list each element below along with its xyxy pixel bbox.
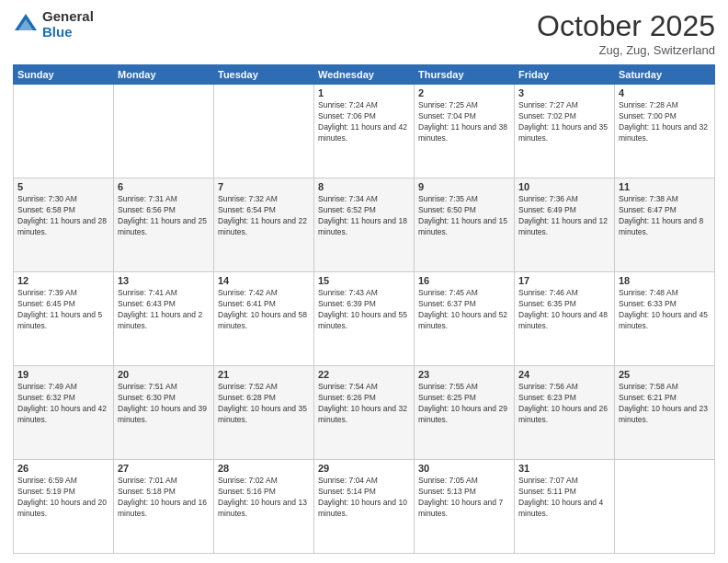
header: General Blue October 2025 Zug, Zug, Swit… [13, 9, 715, 57]
location: Zug, Zug, Switzerland [537, 43, 715, 57]
weekday-header-thursday: Thursday [415, 65, 515, 85]
day-info: Sunrise: 7:24 AM Sunset: 7:06 PM Dayligh… [318, 100, 410, 144]
day-info: Sunrise: 7:01 AM Sunset: 5:18 PM Dayligh… [118, 476, 210, 520]
calendar-cell [114, 85, 214, 178]
day-info: Sunrise: 7:52 AM Sunset: 6:28 PM Dayligh… [218, 382, 310, 426]
calendar-cell: 7Sunrise: 7:32 AM Sunset: 6:54 PM Daylig… [214, 178, 314, 272]
day-number: 27 [118, 463, 210, 474]
day-info: Sunrise: 7:34 AM Sunset: 6:52 PM Dayligh… [318, 194, 410, 238]
calendar-cell: 26Sunrise: 6:59 AM Sunset: 5:19 PM Dayli… [14, 460, 114, 554]
calendar-week-row: 19Sunrise: 7:49 AM Sunset: 6:32 PM Dayli… [14, 366, 715, 460]
calendar-cell [14, 85, 114, 178]
calendar-cell: 20Sunrise: 7:51 AM Sunset: 6:30 PM Dayli… [114, 366, 214, 460]
day-number: 16 [418, 275, 510, 286]
day-info: Sunrise: 7:48 AM Sunset: 6:33 PM Dayligh… [619, 288, 711, 332]
day-info: Sunrise: 7:51 AM Sunset: 6:30 PM Dayligh… [118, 382, 210, 426]
day-number: 8 [318, 181, 410, 192]
day-info: Sunrise: 7:32 AM Sunset: 6:54 PM Dayligh… [218, 194, 310, 238]
calendar-cell: 16Sunrise: 7:45 AM Sunset: 6:37 PM Dayli… [415, 272, 515, 366]
calendar-week-row: 26Sunrise: 6:59 AM Sunset: 5:19 PM Dayli… [14, 460, 715, 554]
day-number: 4 [619, 87, 711, 98]
weekday-header-saturday: Saturday [615, 65, 715, 85]
day-number: 23 [418, 369, 510, 380]
calendar-cell: 13Sunrise: 7:41 AM Sunset: 6:43 PM Dayli… [114, 272, 214, 366]
weekday-header-tuesday: Tuesday [214, 65, 314, 85]
day-number: 5 [17, 181, 109, 192]
calendar-cell: 15Sunrise: 7:43 AM Sunset: 6:39 PM Dayli… [314, 272, 415, 366]
day-info: Sunrise: 6:59 AM Sunset: 5:19 PM Dayligh… [17, 476, 109, 520]
weekday-header-wednesday: Wednesday [314, 65, 415, 85]
day-info: Sunrise: 7:07 AM Sunset: 5:11 PM Dayligh… [518, 476, 610, 520]
day-number: 7 [218, 181, 310, 192]
logo-icon [13, 12, 39, 38]
calendar-cell: 11Sunrise: 7:38 AM Sunset: 6:47 PM Dayli… [615, 178, 715, 272]
calendar-cell: 3Sunrise: 7:27 AM Sunset: 7:02 PM Daylig… [515, 85, 615, 178]
day-number: 24 [518, 369, 610, 380]
day-info: Sunrise: 7:31 AM Sunset: 6:56 PM Dayligh… [118, 194, 210, 238]
day-number: 6 [118, 181, 210, 192]
title-block: October 2025 Zug, Zug, Switzerland [537, 9, 715, 57]
calendar-cell: 14Sunrise: 7:42 AM Sunset: 6:41 PM Dayli… [214, 272, 314, 366]
calendar-cell: 23Sunrise: 7:55 AM Sunset: 6:25 PM Dayli… [415, 366, 515, 460]
calendar-cell: 28Sunrise: 7:02 AM Sunset: 5:16 PM Dayli… [214, 460, 314, 554]
day-info: Sunrise: 7:27 AM Sunset: 7:02 PM Dayligh… [518, 100, 610, 144]
calendar-cell: 9Sunrise: 7:35 AM Sunset: 6:50 PM Daylig… [415, 178, 515, 272]
calendar-cell: 27Sunrise: 7:01 AM Sunset: 5:18 PM Dayli… [114, 460, 214, 554]
day-info: Sunrise: 7:54 AM Sunset: 6:26 PM Dayligh… [318, 382, 410, 426]
day-info: Sunrise: 7:55 AM Sunset: 6:25 PM Dayligh… [418, 382, 510, 426]
day-info: Sunrise: 7:36 AM Sunset: 6:49 PM Dayligh… [518, 194, 610, 238]
calendar-cell: 31Sunrise: 7:07 AM Sunset: 5:11 PM Dayli… [515, 460, 615, 554]
calendar-cell: 17Sunrise: 7:46 AM Sunset: 6:35 PM Dayli… [515, 272, 615, 366]
page: General Blue October 2025 Zug, Zug, Swit… [0, 0, 728, 563]
day-number: 21 [218, 369, 310, 380]
day-number: 25 [619, 369, 711, 380]
day-info: Sunrise: 7:25 AM Sunset: 7:04 PM Dayligh… [418, 100, 510, 144]
day-info: Sunrise: 7:56 AM Sunset: 6:23 PM Dayligh… [518, 382, 610, 426]
day-info: Sunrise: 7:41 AM Sunset: 6:43 PM Dayligh… [118, 288, 210, 332]
day-info: Sunrise: 7:42 AM Sunset: 6:41 PM Dayligh… [218, 288, 310, 332]
day-number: 20 [118, 369, 210, 380]
calendar-cell: 2Sunrise: 7:25 AM Sunset: 7:04 PM Daylig… [415, 85, 515, 178]
day-info: Sunrise: 7:30 AM Sunset: 6:58 PM Dayligh… [17, 194, 109, 238]
day-number: 17 [518, 275, 610, 286]
calendar-cell: 12Sunrise: 7:39 AM Sunset: 6:45 PM Dayli… [14, 272, 114, 366]
calendar-cell [214, 85, 314, 178]
day-number: 19 [17, 369, 109, 380]
day-number: 1 [318, 87, 410, 98]
day-number: 18 [619, 275, 711, 286]
calendar-table: SundayMondayTuesdayWednesdayThursdayFrid… [13, 64, 715, 554]
day-info: Sunrise: 7:58 AM Sunset: 6:21 PM Dayligh… [619, 382, 711, 426]
logo-blue-text: Blue [42, 25, 94, 40]
day-number: 13 [118, 275, 210, 286]
calendar-cell: 8Sunrise: 7:34 AM Sunset: 6:52 PM Daylig… [314, 178, 415, 272]
day-number: 26 [17, 463, 109, 474]
day-number: 22 [318, 369, 410, 380]
day-info: Sunrise: 7:46 AM Sunset: 6:35 PM Dayligh… [518, 288, 610, 332]
calendar-cell: 24Sunrise: 7:56 AM Sunset: 6:23 PM Dayli… [515, 366, 615, 460]
day-info: Sunrise: 7:45 AM Sunset: 6:37 PM Dayligh… [418, 288, 510, 332]
day-info: Sunrise: 7:49 AM Sunset: 6:32 PM Dayligh… [17, 382, 109, 426]
day-number: 10 [518, 181, 610, 192]
calendar-cell: 4Sunrise: 7:28 AM Sunset: 7:00 PM Daylig… [615, 85, 715, 178]
calendar-cell [615, 460, 715, 554]
calendar-cell: 30Sunrise: 7:05 AM Sunset: 5:13 PM Dayli… [415, 460, 515, 554]
day-info: Sunrise: 7:35 AM Sunset: 6:50 PM Dayligh… [418, 194, 510, 238]
day-info: Sunrise: 7:38 AM Sunset: 6:47 PM Dayligh… [619, 194, 711, 238]
calendar-cell: 10Sunrise: 7:36 AM Sunset: 6:49 PM Dayli… [515, 178, 615, 272]
day-number: 12 [17, 275, 109, 286]
day-number: 29 [318, 463, 410, 474]
day-number: 15 [318, 275, 410, 286]
weekday-header-sunday: Sunday [14, 65, 114, 85]
day-number: 30 [418, 463, 510, 474]
day-number: 14 [218, 275, 310, 286]
day-info: Sunrise: 7:05 AM Sunset: 5:13 PM Dayligh… [418, 476, 510, 520]
day-number: 28 [218, 463, 310, 474]
day-number: 9 [418, 181, 510, 192]
calendar-header-row: SundayMondayTuesdayWednesdayThursdayFrid… [14, 65, 715, 85]
day-info: Sunrise: 7:39 AM Sunset: 6:45 PM Dayligh… [17, 288, 109, 332]
calendar-cell: 21Sunrise: 7:52 AM Sunset: 6:28 PM Dayli… [214, 366, 314, 460]
calendar-cell: 25Sunrise: 7:58 AM Sunset: 6:21 PM Dayli… [615, 366, 715, 460]
calendar-week-row: 1Sunrise: 7:24 AM Sunset: 7:06 PM Daylig… [14, 85, 715, 178]
calendar-cell: 5Sunrise: 7:30 AM Sunset: 6:58 PM Daylig… [14, 178, 114, 272]
calendar-cell: 22Sunrise: 7:54 AM Sunset: 6:26 PM Dayli… [314, 366, 415, 460]
